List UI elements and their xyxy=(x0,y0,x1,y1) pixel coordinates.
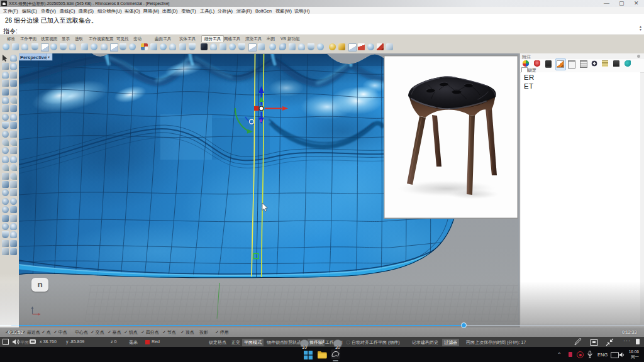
svg-text:Perspective: Perspective xyxy=(20,55,47,60)
svg-text:30: 30 xyxy=(335,345,340,349)
svg-text:10: 10 xyxy=(302,345,307,349)
svg-text:▾: ▾ xyxy=(48,55,50,59)
